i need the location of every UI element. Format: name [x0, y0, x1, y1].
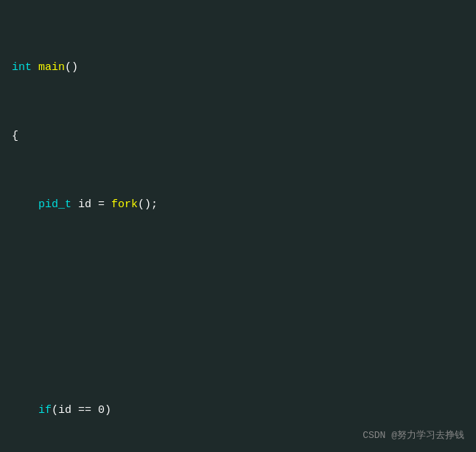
keyword-int: int [12, 61, 32, 74]
code-line-6: if(id == 0) [12, 402, 464, 419]
code-line-3: pid_t id = fork(); [12, 196, 464, 213]
keyword-if: if [38, 404, 52, 417]
fn-fork: fork [111, 198, 138, 211]
code-line-2: { [12, 128, 464, 145]
fn-main: main [38, 61, 65, 74]
code-line-5 [12, 333, 464, 350]
var-id: id [78, 198, 91, 211]
code-line-1: int main() [12, 59, 464, 76]
type-pid_t: pid_t [38, 198, 71, 211]
watermark: CSDN @努力学习去挣钱 [363, 428, 464, 443]
code-line-4 [12, 265, 464, 282]
code-editor: int main() { pid_t id = fork(); if(id ==… [0, 0, 476, 452]
